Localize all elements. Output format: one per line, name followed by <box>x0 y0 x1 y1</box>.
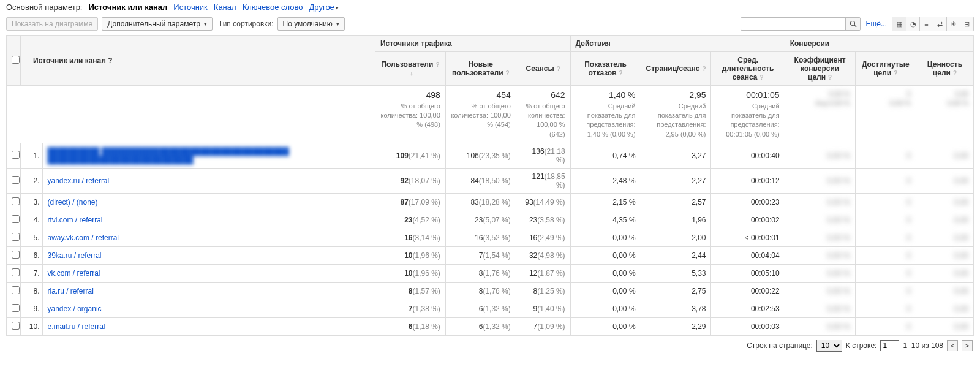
row-checkbox[interactable] <box>12 215 20 223</box>
view-percentage-icon[interactable]: ◔ <box>906 17 919 31</box>
row-source-link[interactable]: yandex / organic <box>42 300 375 318</box>
col-pages-session[interactable]: Страниц/сеанс? <box>641 52 711 86</box>
row-checkbox[interactable] <box>12 197 20 205</box>
view-pivot-icon[interactable]: ⊞ <box>960 17 973 31</box>
row-checkbox[interactable] <box>12 176 20 184</box>
cell-duration: 00:05:10 <box>711 265 785 283</box>
search-icon[interactable] <box>845 18 860 30</box>
cell-conv-rate: 0,00 % <box>785 169 855 194</box>
cell-new-users: 7(1,54 %) <box>445 247 516 265</box>
cell-new-users: 8(1,76 %) <box>445 283 516 300</box>
cell-duration: 00:00:22 <box>711 283 785 300</box>
secondary-dimension-select[interactable]: Дополнительный параметр <box>102 17 213 31</box>
cell-goals: 0 <box>855 169 916 194</box>
cell-goal-value: 0,00 <box>916 283 973 300</box>
cell-sessions: 16(2,49 %) <box>516 229 570 247</box>
col-source-medium[interactable]: Источник или канал ? <box>20 36 375 86</box>
cell-sessions: 121(18,85 %) <box>516 169 570 194</box>
row-checkbox[interactable] <box>12 151 20 159</box>
primary-dim-label: Основной параметр: <box>6 2 82 12</box>
row-checkbox[interactable] <box>12 268 20 276</box>
cell-pages: 3,78 <box>641 300 711 318</box>
cell-sessions: 23(3,58 %) <box>516 211 570 229</box>
prev-page-button[interactable]: < <box>947 340 958 351</box>
row-index: 6. <box>20 247 42 265</box>
cell-sessions: 32(4,98 %) <box>516 247 570 265</box>
cell-new-users: 84(18,50 %) <box>445 169 516 194</box>
row-checkbox[interactable] <box>12 322 20 330</box>
cell-users: 23(4,52 %) <box>375 211 445 229</box>
cell-duration: 00:00:03 <box>711 318 785 336</box>
view-data-table-icon[interactable]: ▦ <box>892 17 906 31</box>
cell-users: 109(21,41 %) <box>375 143 445 169</box>
dim-link-other[interactable]: Другое <box>309 2 339 12</box>
cell-sessions: 136(21,18 %) <box>516 143 570 169</box>
cell-conv-rate: 0,00 % <box>785 229 855 247</box>
cell-goal-value: 0,00 <box>916 169 973 194</box>
table-row: 7.vk.com / referral10(1,96 %)8(1,76 %)12… <box>7 265 974 283</box>
cell-users: 92(18,07 %) <box>375 169 445 194</box>
row-checkbox[interactable] <box>12 286 20 294</box>
row-source-link[interactable]: vk.com / referral <box>42 265 375 283</box>
table-row: 2.yandex.ru / referral92(18,07 %)84(18,5… <box>7 169 974 194</box>
rows-per-page-select[interactable]: 10 <box>816 340 842 352</box>
cell-users: 87(17,09 %) <box>375 194 445 211</box>
cell-duration: 00:00:23 <box>711 194 785 211</box>
cell-goals: 0 <box>855 283 916 300</box>
row-source-link[interactable]: (direct) / (none) <box>42 194 375 211</box>
toolbar: Показать на диаграмме Дополнительный пар… <box>0 15 980 35</box>
row-source-link[interactable]: ██████████ █████████████████████████████… <box>42 143 375 169</box>
cell-bounce: 0,74 % <box>570 143 641 169</box>
search-input[interactable] <box>741 18 845 30</box>
cell-bounce: 2,48 % <box>570 169 641 194</box>
view-performance-icon[interactable]: ≡ <box>919 17 933 31</box>
row-checkbox[interactable] <box>12 304 20 312</box>
row-source-link[interactable]: ria.ru / referral <box>42 283 375 300</box>
dim-link-keyword[interactable]: Ключевое слово <box>243 2 303 12</box>
row-checkbox[interactable] <box>12 251 20 259</box>
row-source-link[interactable]: away.vk.com / referral <box>42 229 375 247</box>
table-row: 4.rtvi.com / referral23(4,52 %)23(5,07 %… <box>7 211 974 229</box>
plot-rows-button[interactable]: Показать на диаграмме <box>6 17 98 31</box>
dim-link-source[interactable]: Источник <box>173 2 208 12</box>
advanced-filter-link[interactable]: Ещё... <box>865 20 887 28</box>
primary-dim-active[interactable]: Источник или канал <box>88 2 167 12</box>
row-source-link[interactable]: yandex.ru / referral <box>42 169 375 194</box>
cell-sessions: 8(1,25 %) <box>516 283 570 300</box>
col-users[interactable]: Пользователи? <box>375 52 445 86</box>
cell-conv-rate: 0,00 % <box>785 247 855 265</box>
col-conv-rate[interactable]: Коэффициент конверсии цели? <box>785 52 855 86</box>
col-avg-duration[interactable]: Сред. длительность сеанса? <box>711 52 785 86</box>
goto-row-input[interactable] <box>880 340 899 351</box>
view-term-cloud-icon[interactable]: ✳ <box>946 17 960 31</box>
cell-new-users: 106(23,35 %) <box>445 143 516 169</box>
view-comparison-icon[interactable]: ⇄ <box>933 17 946 31</box>
table-row: 6.39ka.ru / referral10(1,96 %)7(1,54 %)3… <box>7 247 974 265</box>
next-page-button[interactable]: > <box>962 340 973 351</box>
row-source-link[interactable]: e.mail.ru / referral <box>42 318 375 336</box>
row-index: 5. <box>20 229 42 247</box>
row-source-link[interactable]: 39ka.ru / referral <box>42 247 375 265</box>
row-index: 9. <box>20 300 42 318</box>
cell-sessions: 9(1,40 %) <box>516 300 570 318</box>
cell-users: 10(1,96 %) <box>375 265 445 283</box>
select-all-checkbox[interactable] <box>12 56 20 64</box>
cell-conv-rate: 0,00 % <box>785 194 855 211</box>
cell-goals: 0 <box>855 229 916 247</box>
col-goal-value[interactable]: Ценность цели? <box>916 52 973 86</box>
cell-conv-rate: 0,00 % <box>785 265 855 283</box>
svg-point-0 <box>850 21 854 26</box>
col-sessions[interactable]: Сеансы? <box>516 52 570 86</box>
sort-type-select[interactable]: По умолчанию <box>277 17 345 31</box>
col-bounce-rate[interactable]: Показатель отказов? <box>570 52 641 86</box>
cell-sessions: 7(1,09 %) <box>516 318 570 336</box>
dim-link-channel[interactable]: Канал <box>214 2 236 12</box>
row-checkbox[interactable] <box>12 233 20 241</box>
table-search[interactable] <box>741 17 861 31</box>
col-new-users[interactable]: Новые пользователи? <box>445 52 516 86</box>
cell-goal-value: 0,00 <box>916 194 973 211</box>
col-goal-completions[interactable]: Достигнутые цели? <box>855 52 916 86</box>
cell-bounce: 0,00 % <box>570 247 641 265</box>
table-row: 8.ria.ru / referral8(1,57 %)8(1,76 %)8(1… <box>7 283 974 300</box>
row-source-link[interactable]: rtvi.com / referral <box>42 211 375 229</box>
